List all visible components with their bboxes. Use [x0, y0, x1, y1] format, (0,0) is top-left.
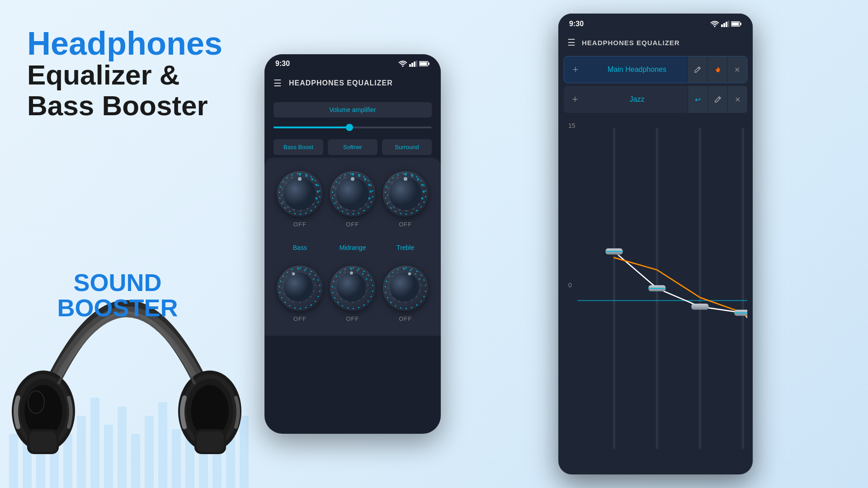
volume-thumb[interactable] — [346, 124, 353, 131]
phone2-signal-icon — [721, 21, 729, 27]
svg-point-116 — [367, 284, 369, 286]
phone2-status-icons — [710, 20, 742, 28]
preset1-pencil-button[interactable] — [687, 56, 707, 83]
svg-point-74 — [336, 178, 369, 210]
preset1-flame-button[interactable] — [707, 56, 727, 83]
eq-section-labels: Bass Midrange Treble — [264, 237, 441, 258]
svg-point-52 — [281, 194, 283, 197]
svg-point-129 — [350, 272, 353, 275]
svg-point-95 — [304, 270, 306, 272]
preset2-close-button[interactable]: ✕ — [727, 86, 747, 113]
treble-label-button[interactable]: Treble — [379, 244, 432, 251]
svg-point-145 — [396, 271, 398, 273]
svg-rect-17 — [240, 416, 249, 488]
svg-point-127 — [344, 271, 345, 273]
knob4-wrapper: OFF — [277, 266, 322, 322]
flame-icon — [714, 66, 721, 73]
svg-point-55 — [291, 177, 293, 179]
phone2-battery-icon — [731, 21, 742, 27]
volume-slider[interactable] — [274, 123, 432, 132]
svg-point-139 — [398, 300, 400, 302]
svg-point-66 — [352, 210, 354, 212]
svg-point-58 — [351, 174, 354, 176]
bass-label-button[interactable]: Bass — [274, 244, 326, 251]
sound-booster-text: SOUND BOOSTER — [27, 270, 208, 321]
knob6-label: OFF — [399, 315, 412, 322]
svg-point-112 — [351, 268, 353, 270]
knob3-wrapper: OFF — [383, 171, 428, 228]
svg-rect-5 — [77, 416, 86, 488]
svg-rect-149 — [721, 24, 723, 27]
svg-point-99 — [313, 290, 315, 292]
svg-point-138 — [405, 301, 406, 303]
preset1-actions: ✕ — [687, 56, 747, 83]
svg-rect-8 — [118, 407, 127, 488]
svg-point-143 — [388, 281, 390, 283]
softner-button[interactable]: Softner — [328, 139, 377, 155]
svg-point-124 — [334, 287, 336, 289]
hamburger-icon[interactable]: ☰ — [274, 78, 282, 89]
volume-label: Volume amplifier — [329, 106, 376, 113]
preset1-close-button[interactable]: ✕ — [727, 56, 747, 83]
svg-point-75 — [351, 177, 354, 181]
knobs-row2: OFF — [264, 258, 441, 336]
svg-point-44 — [317, 191, 319, 193]
eq-graph-area: 15 0 — [564, 117, 747, 460]
phone2-menu-icon[interactable]: ☰ — [567, 37, 576, 48]
svg-point-60 — [364, 178, 366, 181]
headphones-svg — [0, 172, 253, 488]
preset2-name[interactable]: Jazz — [586, 95, 688, 103]
knob5-wrapper: OFF — [330, 266, 375, 322]
bass-boost-knob[interactable] — [277, 171, 322, 216]
treble-knob[interactable] — [383, 266, 428, 311]
svg-point-88 — [386, 194, 388, 197]
svg-point-136 — [415, 296, 417, 298]
svg-point-118 — [363, 296, 364, 298]
left-section: Headphones Equalizer & Bass Booster SOUN… — [0, 0, 253, 488]
svg-point-78 — [417, 178, 419, 181]
bass-boost-button[interactable]: Bass Boost — [274, 139, 323, 155]
svg-point-141 — [389, 293, 391, 295]
svg-rect-150 — [723, 23, 725, 27]
softner-knob[interactable] — [330, 171, 375, 216]
preset-row-1: + Main Headphones ✕ — [564, 56, 747, 83]
phone1-time: 9:30 — [275, 60, 290, 68]
svg-rect-35 — [416, 61, 417, 67]
preset2-pencil-button[interactable] — [708, 86, 727, 113]
svg-point-123 — [336, 293, 338, 295]
preset2-undo-button[interactable]: ↩ — [688, 86, 708, 113]
phone1-section: 9:30 — [253, 0, 452, 488]
preset2-plus-button[interactable]: + — [564, 86, 586, 113]
preset1-name[interactable]: Main Headphones — [587, 66, 687, 74]
bass-knob[interactable] — [277, 266, 322, 311]
svg-rect-24 — [29, 432, 57, 452]
knob5-label: OFF — [346, 315, 359, 322]
surround-button[interactable]: Surround — [382, 139, 432, 155]
svg-point-91 — [396, 177, 399, 179]
svg-point-45 — [316, 197, 318, 200]
svg-point-125 — [335, 281, 337, 283]
surround-knob[interactable] — [383, 171, 428, 216]
svg-point-48 — [300, 210, 302, 212]
svg-point-147 — [408, 272, 411, 276]
svg-point-67 — [345, 209, 348, 211]
svg-rect-6 — [90, 398, 99, 488]
svg-rect-37 — [429, 63, 430, 65]
svg-rect-4 — [63, 434, 72, 488]
phone2-time: 9:30 — [569, 20, 584, 28]
svg-rect-30 — [197, 432, 224, 452]
preset2-actions: ↩ ✕ — [688, 86, 747, 113]
svg-point-50 — [287, 206, 289, 208]
svg-point-134 — [420, 284, 421, 286]
svg-point-109 — [291, 271, 293, 273]
midrange-knob[interactable] — [330, 266, 375, 311]
svg-point-54 — [285, 182, 288, 184]
svg-point-102 — [299, 301, 301, 303]
svg-point-73 — [344, 177, 346, 179]
knob3-label: OFF — [399, 221, 412, 228]
midrange-label-button[interactable]: Midrange — [326, 244, 379, 251]
svg-point-61 — [368, 184, 370, 186]
svg-rect-155 — [732, 23, 739, 26]
svg-point-92 — [389, 178, 422, 210]
preset1-plus-button[interactable]: + — [564, 56, 587, 83]
